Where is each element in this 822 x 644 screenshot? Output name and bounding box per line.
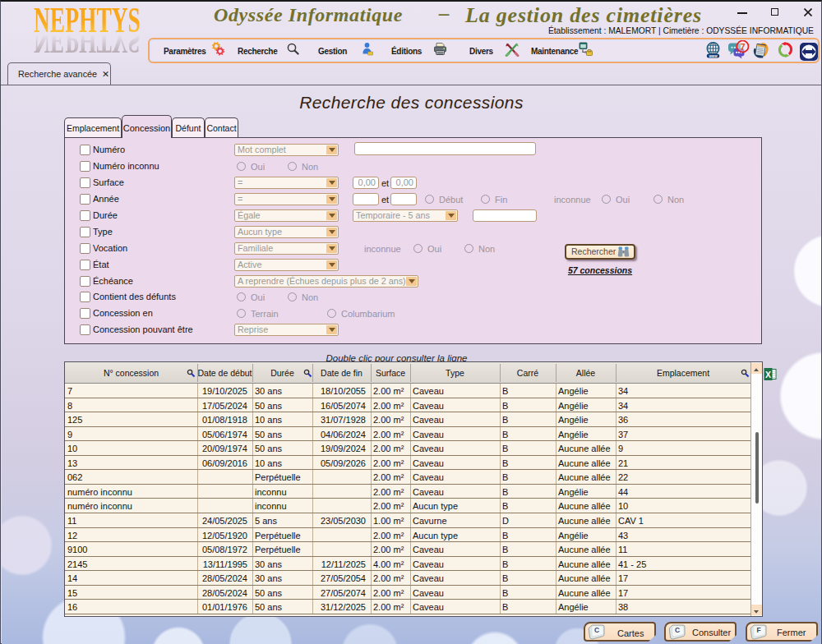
svg-text:C: C [675, 626, 680, 634]
svg-text:7: 7 [740, 42, 745, 52]
svg-text:X: X [765, 370, 771, 380]
svg-text:C: C [594, 626, 599, 634]
svg-text:F: F [756, 626, 760, 634]
svg-text:WWW: WWW [709, 55, 718, 58]
